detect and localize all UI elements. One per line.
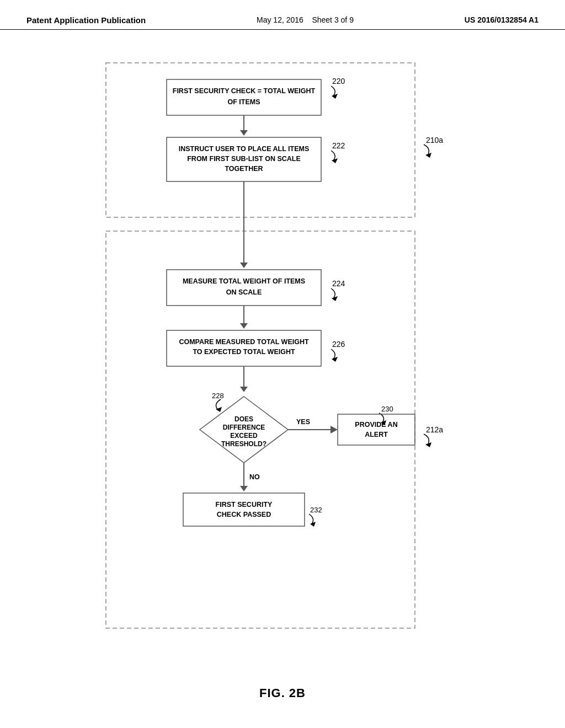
- label-212a: 212a: [426, 425, 443, 434]
- arrowhead-no: [240, 486, 248, 491]
- label-226: 226: [332, 340, 345, 349]
- arrowhead-226-228: [240, 387, 248, 392]
- box-220: [167, 79, 321, 115]
- arrowhead-224-226: [240, 323, 248, 329]
- arrow-232: [309, 514, 313, 524]
- diamond-228-text-2: DIFFERENCE: [223, 424, 265, 431]
- box-224-text-1: MEASURE TOTAL WEIGHT OF ITEMS: [183, 277, 305, 285]
- diamond-228-text-3: EXCEED: [230, 432, 258, 440]
- box-224: [167, 270, 321, 306]
- arrow-226: [331, 349, 335, 359]
- arrow-222: [331, 151, 335, 160]
- flowchart-svg: 220 FIRST SECURITY CHECK = TOTAL WEIGHT …: [73, 46, 492, 653]
- diamond-228-text-1: DOES: [234, 415, 253, 423]
- no-label: NO: [249, 473, 260, 481]
- box-230-text-2: ALERT: [365, 431, 388, 438]
- diamond-228-text-4: THRESHOLD?: [221, 440, 266, 448]
- arrowhead-boundary: [240, 263, 248, 268]
- box-226-text-2: TO EXPECTED TOTAL WEIGHT: [193, 348, 295, 356]
- box-232: [183, 493, 305, 526]
- page-header: Patent Application Publication May 12, 2…: [0, 0, 565, 30]
- label-222: 222: [332, 141, 345, 150]
- label-210a: 210a: [426, 136, 443, 144]
- publication-date-sheet: May 12, 2016 Sheet 3 of 9: [257, 15, 354, 24]
- box-230-text-1: PROVIDE AN: [355, 421, 397, 429]
- label-224: 224: [332, 279, 345, 288]
- box-226-text-1: COMPARE MEASURED TOTAL WEIGHT: [179, 338, 309, 346]
- arrow-212a: [424, 434, 429, 445]
- arrow-224: [331, 288, 335, 298]
- arrow-210a: [424, 144, 429, 156]
- box-220-text-2: OF ITEMS: [227, 98, 260, 106]
- box-222-text-2: FROM FIRST SUB-LIST ON SCALE: [187, 155, 301, 163]
- arrowhead-yes: [331, 426, 338, 433]
- diagram-area: 220 FIRST SECURITY CHECK = TOTAL WEIGHT …: [0, 30, 565, 670]
- box-232-text-2: CHECK PASSED: [217, 511, 271, 518]
- label-220: 220: [332, 77, 345, 85]
- label-232: 232: [310, 506, 322, 514]
- yes-label: YES: [296, 418, 310, 426]
- box-222-text-1: INSTRUCT USER TO PLACE ALL ITEMS: [179, 145, 310, 153]
- publication-number: US 2016/0132854 A1: [465, 15, 539, 24]
- figure-label: FIG. 2B: [259, 686, 306, 700]
- outer-box-top: [106, 63, 415, 217]
- box-220-text-1: FIRST SECURITY CHECK = TOTAL WEIGHT: [173, 87, 316, 95]
- publication-label: Patent Application Publication: [26, 15, 146, 25]
- box-232-text-1: FIRST SECURITY: [216, 501, 273, 508]
- arrowhead-220-222: [240, 130, 248, 136]
- box-230: [338, 414, 415, 445]
- box-222-text-3: TOGETHER: [225, 165, 263, 173]
- box-224-text-2: ON SCALE: [226, 288, 262, 296]
- label-230: 230: [381, 405, 393, 413]
- figure-caption: FIG. 2B: [0, 686, 565, 700]
- arrow-220: [331, 86, 335, 96]
- label-228: 228: [212, 392, 224, 400]
